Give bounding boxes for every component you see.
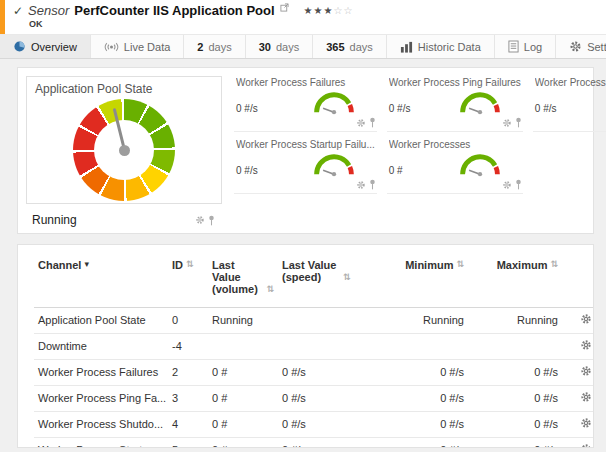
gauge-settings-icon[interactable] (356, 180, 366, 190)
gauge-hub (119, 145, 130, 156)
sort-icon: ⇅ (456, 259, 464, 270)
tab-historic-data[interactable]: Historic Data (387, 35, 495, 58)
state-status-label: Running (26, 213, 77, 227)
channel-row[interactable]: Worker Process Startup... 5 0 # 0 #/s 0 … (34, 438, 594, 449)
tab-live-data[interactable]: Live Data (91, 35, 184, 58)
stars-empty: ☆☆ (333, 5, 353, 16)
tab-number: 365 (326, 41, 344, 53)
mini-gauge-value: 0 #/s (236, 165, 258, 179)
mini-gauge-value: 0 #/s (389, 103, 411, 117)
pin-icon[interactable] (208, 215, 215, 226)
channel-settings-icon[interactable] (580, 443, 592, 448)
channel-maximum: 0 #/s (468, 360, 562, 386)
mini-gauge-cell: Worker Process Shutdown Fa... 0 #/s (533, 76, 606, 132)
channel-settings-icon[interactable] (580, 339, 592, 351)
channel-row[interactable]: Worker Process Failures 2 0 # 0 #/s 0 #/… (34, 360, 594, 386)
channel-name: Application Pool State (34, 308, 168, 334)
channel-row[interactable]: Worker Process Shutdo... 4 0 # 0 #/s 0 #… (34, 412, 594, 438)
gear-icon (569, 40, 582, 53)
channel-minimum: 0 #/s (384, 386, 468, 412)
channel-settings-icon[interactable] (580, 365, 592, 377)
tab-settings[interactable]: Settings (556, 35, 606, 58)
col-header-last-value-volume[interactable]: Last Value (volume)⇅ (208, 249, 278, 308)
channel-id: 3 (168, 386, 208, 412)
channel-minimum: 0 #/s (384, 412, 468, 438)
mini-gauge-value: 0 #/s (236, 103, 258, 117)
pin-icon[interactable] (515, 117, 522, 128)
state-status-row: Running (26, 213, 583, 227)
channel-maximum: 0 #/s (468, 438, 562, 449)
tab-365-days[interactable]: 365days (313, 35, 387, 58)
channel-row[interactable]: Worker Process Ping Fa... 3 0 # 0 #/s 0 … (34, 386, 594, 412)
tab-unit: days (208, 41, 231, 53)
tab-log[interactable]: Log (495, 35, 556, 58)
tab-number: 2 (197, 41, 203, 53)
bar-chart-icon (400, 41, 413, 53)
channel-row[interactable]: Application Pool State 0 Running Running… (34, 308, 594, 334)
channel-settings-icon[interactable] (580, 391, 592, 403)
channel-row[interactable]: Downtime -4 (34, 334, 594, 360)
pin-icon[interactable] (369, 179, 376, 190)
gauge-settings-icon[interactable] (502, 118, 512, 128)
channel-last-speed (278, 334, 384, 360)
sort-active-icon: ▾ (84, 259, 89, 269)
channel-id: 5 (168, 438, 208, 449)
mini-gauge-cell: Worker Process Startup Failu... 0 #/s (234, 138, 377, 194)
channel-maximum: 0 #/s (468, 412, 562, 438)
col-header-channel[interactable]: Channel▾ (34, 249, 168, 308)
sensor-header: ✓ Sensor PerfCounter IIS Application Poo… (0, 0, 606, 34)
channel-last-speed: 0 #/s (278, 386, 384, 412)
table-header-row: Channel▾ ID⇅ Last Value (volume)⇅ Last V… (34, 249, 594, 308)
col-header-maximum[interactable]: Maximum⇅ (468, 249, 562, 308)
mini-gauge-title: Worker Processes (389, 139, 521, 150)
tab-number: 30 (259, 41, 271, 53)
channel-minimum: 0 #/s (384, 360, 468, 386)
tab-unit: days (350, 41, 373, 53)
channel-last-volume (208, 334, 278, 360)
gauge-settings-icon[interactable] (502, 180, 512, 190)
channel-maximum (468, 334, 562, 360)
channel-maximum: 0 #/s (468, 386, 562, 412)
channel-last-speed (278, 308, 384, 334)
pin-icon[interactable] (515, 179, 522, 190)
channel-minimum (384, 334, 468, 360)
mini-gauge-cell: Worker Processes 0 # (387, 138, 523, 194)
channel-last-speed: 0 #/s (278, 360, 384, 386)
channel-id: 4 (168, 412, 208, 438)
channel-id: -4 (168, 334, 208, 360)
col-header-minimum[interactable]: Minimum⇅ (384, 249, 468, 308)
log-document-icon (508, 40, 519, 53)
sort-icon: ⇅ (266, 284, 274, 295)
channel-name: Worker Process Shutdo... (34, 412, 168, 438)
tab-overview[interactable]: Overview (0, 35, 91, 58)
col-header-last-value-speed[interactable]: Last Value (speed)⇅ (278, 249, 384, 308)
mini-gauge-cell: Worker Process Ping Failures 0 #/s (387, 76, 523, 132)
pin-icon[interactable] (369, 117, 376, 128)
col-header-id[interactable]: ID⇅ (168, 249, 208, 308)
channel-settings-icon[interactable] (580, 417, 592, 429)
sort-icon: ⇅ (343, 272, 351, 283)
tab-2-days[interactable]: 2days (184, 35, 245, 58)
mini-gauge-dial (455, 88, 505, 117)
channel-name: Worker Process Ping Fa... (34, 386, 168, 412)
channels-table: Channel▾ ID⇅ Last Value (volume)⇅ Last V… (34, 249, 594, 448)
channel-last-speed: 0 #/s (278, 438, 384, 449)
channel-name: Worker Process Startup... (34, 438, 168, 449)
gauge-settings-icon[interactable] (195, 215, 205, 225)
tab-30-days[interactable]: 30days (246, 35, 314, 58)
mini-gauge-cell: Worker Process Failures 0 #/s (234, 76, 377, 132)
external-link-icon[interactable] (280, 3, 289, 12)
ok-check-icon: ✓ (13, 5, 23, 17)
prtg-sensor-page: ✓ Sensor PerfCounter IIS Application Poo… (0, 0, 606, 452)
mini-gauge-dial (455, 150, 505, 179)
tab-bar: Overview Live Data 2days 30days 365days (0, 34, 606, 59)
tab-label: Overview (31, 41, 77, 53)
channel-minimum: Running (384, 308, 468, 334)
status-badge: OK (29, 19, 43, 29)
priority-stars[interactable]: ★★★☆☆ (304, 5, 354, 16)
col-header-actions (562, 249, 594, 308)
mini-gauge-title: Worker Process Startup Failu... (236, 139, 375, 150)
channel-settings-icon[interactable] (580, 313, 592, 325)
tab-unit: days (276, 41, 299, 53)
gauge-settings-icon[interactable] (356, 118, 366, 128)
